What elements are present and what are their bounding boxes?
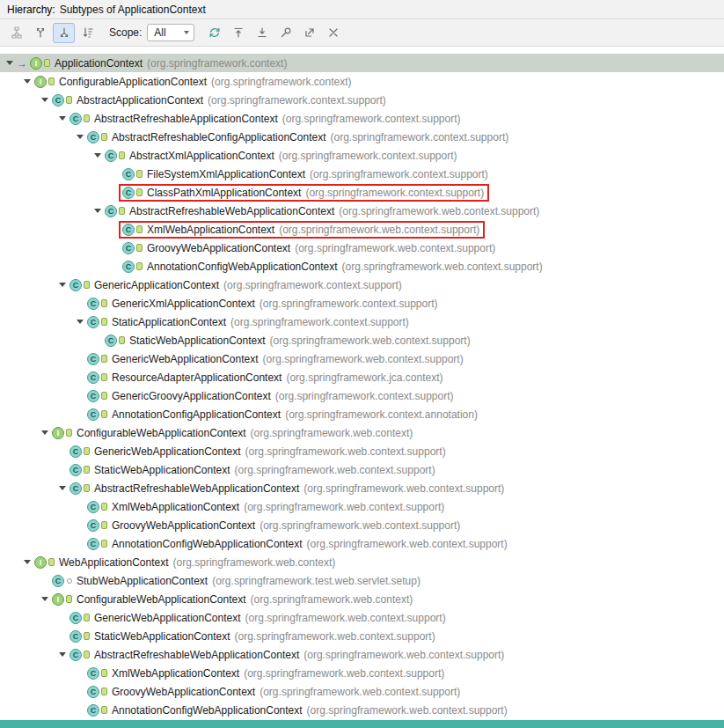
class-name[interactable]: AnnotationConfigWebApplicationContext <box>112 704 303 717</box>
tree-row[interactable]: CStaticApplicationContext(org.springfram… <box>0 313 724 331</box>
class-name[interactable]: AbstractRefreshableWebApplicationContext <box>129 205 334 217</box>
class-name[interactable]: GenericGroovyApplicationContext <box>112 390 271 402</box>
tree-row[interactable]: CGenericWebApplicationContext(org.spring… <box>0 608 724 627</box>
scope-select[interactable]: All <box>147 24 194 41</box>
class-icon: C <box>122 242 135 254</box>
tree-row[interactable]: CResourceAdapterApplicationContext(org.s… <box>0 368 724 386</box>
refresh-icon[interactable] <box>203 23 225 43</box>
tree-row[interactable]: IConfigurableApplicationContext(org.spri… <box>0 72 724 91</box>
class-name[interactable]: GenericXmlApplicationContext <box>112 298 255 310</box>
supertypes-hierarchy-icon[interactable] <box>29 23 51 43</box>
class-name[interactable]: StubWebApplicationContext <box>77 575 208 587</box>
class-name[interactable]: GenericWebApplicationContext <box>94 445 241 458</box>
class-name[interactable]: GroovyWebApplicationContext <box>147 242 290 254</box>
class-name[interactable]: ConfigurableWebApplicationContext <box>77 427 246 439</box>
tree-row[interactable]: CGenericApplicationContext(org.springfra… <box>0 276 724 294</box>
tree-row[interactable]: CXmlWebApplicationContext(org.springfram… <box>0 220 724 239</box>
export-icon[interactable] <box>298 23 320 43</box>
chevron-expanded-icon[interactable] <box>4 61 15 65</box>
chevron-expanded-icon[interactable] <box>91 209 103 213</box>
tree-row[interactable]: CGenericWebApplicationContext(org.spring… <box>0 442 724 460</box>
tree-row[interactable]: CAbstractRefreshableWebApplicationContex… <box>0 645 724 664</box>
class-name[interactable]: AbstractRefreshableConfigApplicationCont… <box>112 131 325 143</box>
tree-row[interactable]: CGenericGroovyApplicationContext(org.spr… <box>0 386 724 405</box>
tree-row[interactable]: CGroovyWebApplicationContext(org.springf… <box>0 239 724 257</box>
class-name[interactable]: AnnotationConfigWebApplicationContext <box>147 261 338 273</box>
tree-row[interactable]: CFileSystemXmlApplicationContext(org.spr… <box>0 165 724 183</box>
class-name[interactable]: AnnotationConfigWebApplicationContext <box>112 538 303 550</box>
tree-row[interactable]: IConfigurableWebApplicationContext(org.s… <box>0 423 724 442</box>
class-name[interactable]: ResourceAdapterApplicationContext <box>112 371 282 384</box>
chevron-expanded-icon[interactable] <box>56 283 68 287</box>
tree-row[interactable]: CGenericXmlApplicationContext(org.spring… <box>0 294 724 313</box>
tree-row[interactable]: CAnnotationConfigWebApplicationContext(o… <box>0 701 724 719</box>
sort-alphabetically-icon[interactable] <box>77 23 99 43</box>
class-name[interactable]: GroovyWebApplicationContext <box>112 686 255 698</box>
class-name[interactable]: StaticWebApplicationContext <box>129 335 266 347</box>
tree-row[interactable]: CStaticWebApplicationContext(org.springf… <box>0 460 724 479</box>
tree-row[interactable]: CClassPathXmlApplicationContext(org.spri… <box>0 183 724 202</box>
chevron-expanded-icon[interactable] <box>74 135 85 139</box>
tree-row[interactable]: IWebApplicationContext(org.springframewo… <box>0 553 724 571</box>
class-name[interactable]: XmlWebApplicationContext <box>147 224 274 236</box>
class-name[interactable]: StaticWebApplicationContext <box>94 630 230 643</box>
chevron-expanded-icon[interactable] <box>21 79 33 84</box>
chevron-expanded-icon[interactable] <box>39 597 50 601</box>
chevron-expanded-icon[interactable] <box>56 652 68 657</box>
class-name[interactable]: GenericWebApplicationContext <box>94 612 241 624</box>
class-name[interactable]: AbstractRefreshableWebApplicationContext <box>94 649 299 661</box>
collapse-all-icon[interactable] <box>227 23 249 43</box>
class-name[interactable]: ClassPathXmlApplicationContext <box>147 187 301 199</box>
class-name[interactable]: XmlWebApplicationContext <box>112 501 239 513</box>
class-name[interactable]: StaticApplicationContext <box>112 316 226 328</box>
class-name[interactable]: WebApplicationContext <box>59 556 169 569</box>
tree-row[interactable]: CGroovyWebApplicationContext(org.springf… <box>0 682 724 701</box>
chevron-expanded-icon[interactable] <box>74 320 85 324</box>
close-icon[interactable] <box>322 23 344 43</box>
tree-row[interactable]: CAbstractRefreshableConfigApplicationCon… <box>0 128 724 146</box>
class-name[interactable]: AnnotationConfigApplicationContext <box>112 408 281 421</box>
class-name[interactable]: ApplicationContext <box>55 57 143 70</box>
subtypes-hierarchy-icon[interactable] <box>53 23 75 43</box>
tree-row[interactable]: CXmlWebApplicationContext(org.springfram… <box>0 497 724 516</box>
package-name: (org.springframework.context.support) <box>260 298 438 310</box>
pin-icon[interactable] <box>274 23 296 43</box>
class-name[interactable]: AbstractRefreshableWebApplicationContext <box>94 482 299 495</box>
class-name[interactable]: StaticWebApplicationContext <box>94 464 230 476</box>
chevron-expanded-icon[interactable] <box>56 486 68 490</box>
tree-row[interactable]: CStubWebApplicationContext(org.springfra… <box>0 571 724 590</box>
class-name[interactable]: GenericApplicationContext <box>94 279 219 291</box>
class-name[interactable]: AbstractApplicationContext <box>77 94 203 107</box>
tree-row[interactable]: CAnnotationConfigWebApplicationContext(o… <box>0 257 724 276</box>
tree-row[interactable]: CAbstractRefreshableWebApplicationContex… <box>0 479 724 497</box>
tree-row[interactable]: →IApplicationContext(org.springframework… <box>0 54 724 72</box>
chevron-expanded-icon[interactable] <box>39 430 50 435</box>
tree-row[interactable]: CAnnotationConfigApplicationContext(org.… <box>0 405 724 423</box>
tree-row[interactable]: CAbstractRefreshableWebApplicationContex… <box>0 202 724 220</box>
tree-row[interactable]: CGenericWebApplicationContext(org.spring… <box>0 349 724 368</box>
class-name[interactable]: AbstractXmlApplicationContext <box>129 150 274 162</box>
expand-all-icon[interactable] <box>251 23 273 43</box>
tree-row[interactable]: CAbstractRefreshableApplicationContext(o… <box>0 109 724 128</box>
tree-row[interactable]: CAbstractXmlApplicationContext(org.sprin… <box>0 146 724 165</box>
chevron-expanded-icon[interactable] <box>56 116 68 121</box>
tree-row[interactable]: CAbstractApplicationContext(org.springfr… <box>0 91 724 109</box>
class-name[interactable]: ConfigurableWebApplicationContext <box>77 593 246 606</box>
class-hierarchy-icon[interactable] <box>5 23 27 43</box>
class-name[interactable]: XmlWebApplicationContext <box>112 667 239 680</box>
chevron-expanded-icon[interactable] <box>91 153 103 158</box>
class-name[interactable]: GenericWebApplicationContext <box>112 353 259 365</box>
tree-row[interactable]: CXmlWebApplicationContext(org.springfram… <box>0 664 724 682</box>
chevron-expanded-icon[interactable] <box>39 98 50 102</box>
chevron-expanded-icon[interactable] <box>21 560 33 564</box>
tree-row[interactable]: CStaticWebApplicationContext(org.springf… <box>0 627 724 645</box>
tree-row[interactable]: IConfigurableWebApplicationContext(org.s… <box>0 590 724 608</box>
class-name[interactable]: AbstractRefreshableApplicationContext <box>94 113 278 125</box>
class-name[interactable]: FileSystemXmlApplicationContext <box>147 168 305 180</box>
class-name[interactable]: ConfigurableApplicationContext <box>59 76 207 88</box>
class-name[interactable]: GroovyWebApplicationContext <box>112 519 255 532</box>
tree-row[interactable]: CGroovyWebApplicationContext(org.springf… <box>0 516 724 534</box>
tree-row[interactable]: CStaticWebApplicationContext(org.springf… <box>0 331 724 349</box>
class-icon: C <box>87 501 99 513</box>
tree-row[interactable]: CAnnotationConfigWebApplicationContext(o… <box>0 534 724 553</box>
